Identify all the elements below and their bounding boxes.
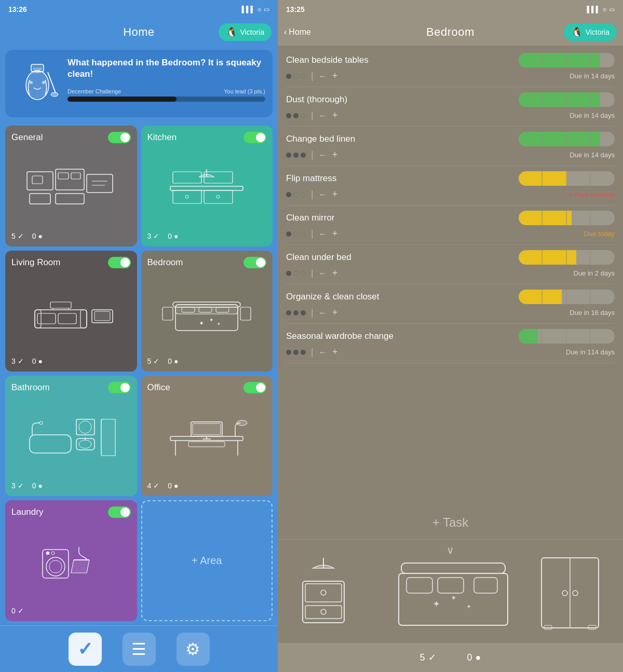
add-task-label[interactable]: + Task [432, 515, 469, 530]
room-general-header: General [11, 132, 131, 143]
svg-point-22 [185, 195, 188, 198]
room-living-stats: 3 ✓ 0 ● [11, 357, 131, 365]
svg-rect-27 [37, 313, 56, 324]
task-plus[interactable]: + [332, 189, 338, 200]
room-laundry-stats: 0 ✓ [11, 607, 131, 615]
nav-list-button[interactable]: ☰ [123, 633, 156, 666]
svg-rect-15 [56, 194, 84, 204]
left-time: 13:26 [8, 5, 27, 13]
right-profile-button[interactable]: 🐧 Victoria [564, 23, 617, 41]
challenge-name: December Challenge [67, 88, 121, 94]
svg-rect-12 [58, 173, 69, 179]
room-office-toggle[interactable] [243, 382, 266, 393]
room-laundry-done: 0 ✓ [11, 607, 24, 615]
divider-line [519, 329, 543, 344]
task-plus[interactable]: + [332, 347, 338, 358]
divider-line [543, 92, 566, 107]
add-area-label[interactable]: + Area [192, 555, 222, 567]
task-back-arrow[interactable]: ← [319, 111, 327, 120]
svg-rect-13 [71, 173, 80, 179]
task-back-arrow[interactable]: ← [319, 229, 327, 239]
task-dots [286, 350, 306, 355]
check-icon: ✓ [153, 482, 159, 490]
task-dot [286, 153, 291, 158]
chevron-left-icon: ‹ [284, 28, 287, 37]
task-dots [286, 192, 306, 197]
room-kitchen-pending: 0 ● [168, 232, 178, 240]
done-count: 5 [11, 232, 16, 240]
room-card-laundry[interactable]: Laundry [5, 500, 137, 621]
task-back-arrow[interactable]: ← [319, 348, 327, 357]
task-item: Dust (thorough) | ← + Due in 14 days [286, 87, 615, 127]
right-check-icon: ✓ [428, 652, 436, 663]
svg-text:✦: ✦ [217, 322, 221, 326]
divider-line [519, 250, 543, 265]
task-plus[interactable]: + [332, 268, 338, 279]
task-top: Clean mirror [286, 211, 615, 225]
svg-point-71 [321, 590, 326, 595]
svg-rect-59 [193, 423, 221, 435]
room-bedroom-toggle[interactable] [243, 257, 266, 268]
add-task-button[interactable]: + Task [278, 506, 623, 539]
nav-tasks-button[interactable]: ✓ [69, 633, 102, 666]
right-dot-icon: ● [476, 652, 481, 663]
left-profile-name: Victoria [240, 28, 264, 36]
task-controls: | ← + [286, 149, 337, 160]
room-card-living[interactable]: Living Room [5, 251, 137, 372]
task-progress-bar [519, 92, 615, 107]
task-item: Clean bedside tables | ← + Due in 14 day… [286, 48, 615, 87]
task-back-arrow[interactable]: ← [319, 308, 327, 318]
svg-rect-28 [58, 313, 76, 324]
room-laundry-toggle[interactable] [108, 506, 131, 518]
room-bathroom-toggle[interactable] [108, 382, 131, 393]
task-back-arrow[interactable]: ← [319, 190, 327, 199]
wifi-icon: ⌾ [603, 6, 606, 13]
task-progress-dividers [519, 92, 615, 107]
svg-point-67 [46, 552, 49, 555]
nav-settings-button[interactable]: ⚙ [177, 633, 210, 666]
divider-line [567, 92, 591, 107]
done-count: 3 [11, 357, 16, 365]
task-item: Seasonal wardrobe change | ← + Due in 11… [286, 324, 615, 363]
room-kitchen-name: Kitchen [147, 132, 177, 143]
room-general-illustration [11, 143, 131, 232]
room-card-general[interactable]: General [5, 126, 137, 246]
divider-line [591, 290, 615, 304]
left-status-icons: ▌▌▌ ⌾ ▭ [241, 6, 269, 13]
svg-text:✦: ✦ [209, 317, 213, 323]
task-plus[interactable]: + [332, 307, 338, 318]
task-plus[interactable]: + [332, 71, 338, 81]
room-living-toggle[interactable] [108, 257, 131, 268]
task-name: Flip mattress [286, 173, 336, 184]
task-back-arrow[interactable]: ← [319, 72, 327, 81]
task-name: Seasonal wardrobe change [286, 331, 394, 341]
svg-rect-76 [407, 578, 432, 593]
svg-point-23 [216, 195, 220, 198]
task-plus[interactable]: + [332, 228, 338, 239]
svg-point-52 [79, 440, 91, 448]
check-icon: ✓ [153, 357, 159, 365]
task-bottom: | ← + Due in 14 days [286, 71, 615, 81]
room-card-office[interactable]: Office [141, 376, 273, 497]
add-area-card[interactable]: + Area [141, 500, 273, 621]
penguin-icon: 🐧 [571, 26, 583, 38]
task-bottom: | ← + Due in 16 days [286, 307, 615, 318]
done-count: 3 [147, 232, 152, 240]
room-card-bathroom[interactable]: Bathroom [5, 376, 137, 497]
room-bedroom-stats: 5 ✓ 0 ● [147, 357, 267, 365]
task-name: Change bed linen [286, 134, 355, 144]
task-back-arrow[interactable]: ← [319, 269, 327, 278]
task-back-arrow[interactable]: ← [319, 150, 327, 160]
task-due: 4 days overdue [568, 190, 615, 198]
task-dot [286, 74, 291, 79]
back-button[interactable]: ‹ Home [284, 28, 311, 37]
room-office-header: Office [147, 382, 267, 393]
room-kitchen-toggle[interactable] [243, 132, 266, 143]
left-profile-button[interactable]: 🐧 Victoria [219, 23, 272, 41]
room-general-toggle[interactable] [108, 132, 131, 143]
task-plus[interactable]: + [332, 110, 338, 121]
room-card-kitchen[interactable]: Kitchen [141, 126, 273, 246]
room-card-bedroom[interactable]: Bedroom ✦ ✦ ✦ [141, 251, 273, 372]
task-plus[interactable]: + [332, 149, 338, 160]
svg-point-66 [49, 560, 62, 573]
